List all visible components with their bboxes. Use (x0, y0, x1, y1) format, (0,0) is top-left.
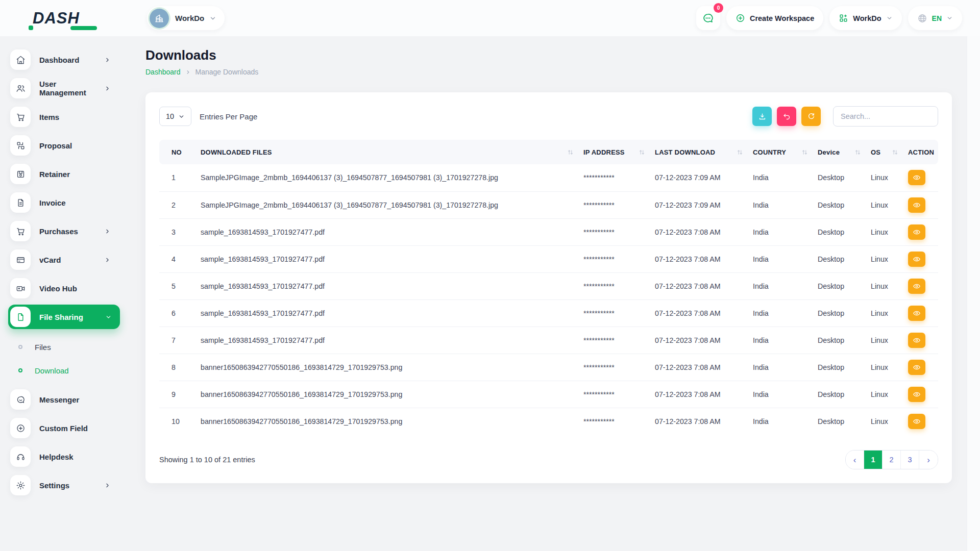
page-scrollbar[interactable] (967, 36, 980, 551)
cell-ip-address: *********** (583, 191, 655, 218)
app-switcher-button[interactable]: WorkDo (829, 6, 901, 30)
cell-country: India (753, 299, 818, 327)
sidebar-item-vcard[interactable]: vCard (10, 249, 125, 270)
undo-button[interactable] (777, 107, 796, 126)
cell-ip-address: *********** (583, 245, 655, 272)
sidebar-item-user-management[interactable]: User Management (10, 78, 125, 98)
sidebar-item-label: Invoice (39, 198, 125, 207)
entries-per-page-label: Entries Per Page (200, 112, 257, 121)
view-button[interactable] (908, 279, 925, 294)
cell-os: Linux (871, 191, 908, 218)
table-row: 10 banner1650863942770550186_1693814729_… (159, 408, 938, 435)
cell-os: Linux (871, 272, 908, 299)
cell-action (908, 354, 938, 381)
col-country[interactable]: COUNTRY (753, 140, 818, 164)
cell-no: 3 (159, 218, 201, 245)
sidebar-item-messenger[interactable]: Messenger (10, 389, 125, 410)
sidebar-subitem-label: Download (35, 366, 69, 375)
sidebar-item-dashboard[interactable]: Dashboard (10, 49, 125, 70)
chevron-right-icon (104, 57, 111, 63)
sort-icon (737, 149, 743, 155)
sidebar-item-custom-field[interactable]: Custom Field (10, 418, 125, 438)
view-button[interactable] (908, 197, 925, 213)
refresh-button[interactable] (801, 107, 821, 126)
sidebar-item-items[interactable]: Items (10, 107, 125, 127)
cell-action (908, 245, 938, 272)
header-actions: 0 Create Workspace WorkDo EN (696, 6, 980, 30)
view-button[interactable] (908, 306, 925, 321)
sidebar-item-settings[interactable]: Settings (10, 475, 125, 495)
cell-country: India (753, 245, 818, 272)
entries-per-page-select[interactable]: 10 (159, 107, 191, 126)
export-download-icon (758, 112, 767, 121)
cell-ip-address: *********** (583, 299, 655, 327)
table-header: NO DOWNLOADED FILES IP ADDRESS LAST DOWN… (159, 140, 938, 164)
sidebar-item-helpdesk[interactable]: Helpdesk (10, 446, 125, 467)
chevron-down-icon (105, 314, 112, 320)
view-button[interactable] (908, 414, 925, 429)
cell-last-download: 07-12-2023 7:08 AM (655, 218, 753, 245)
language-selector[interactable]: EN (908, 6, 962, 30)
messages-button[interactable]: 0 (696, 6, 720, 30)
col-os[interactable]: OS (871, 140, 908, 164)
cell-last-download: 07-12-2023 7:08 AM (655, 381, 753, 408)
cell-device: Desktop (818, 272, 871, 299)
cell-no: 4 (159, 245, 201, 272)
view-button[interactable] (908, 360, 925, 375)
create-workspace-button[interactable]: Create Workspace (726, 6, 823, 30)
view-button[interactable] (908, 252, 925, 267)
sidebar-item-video-hub[interactable]: Video Hub (10, 278, 125, 298)
sort-icon (568, 149, 573, 155)
top-header: DASH WorkDo 0 Create Workspace WorkDo (0, 0, 980, 36)
col-device[interactable]: Device (818, 140, 871, 164)
cell-device: Desktop (818, 245, 871, 272)
pagination-page-2[interactable]: 2 (883, 450, 901, 469)
breadcrumb: Dashboard Manage Downloads (145, 68, 980, 76)
eye-icon (913, 228, 921, 236)
pagination-prev-button[interactable]: ‹ (846, 450, 864, 469)
pagination-next-button[interactable]: › (919, 450, 938, 469)
breadcrumb-dashboard-link[interactable]: Dashboard (145, 68, 181, 76)
cell-last-download: 07-12-2023 7:08 AM (655, 408, 753, 435)
workspace-selector[interactable]: WorkDo (147, 6, 225, 30)
sidebar-item-file-sharing[interactable]: File Sharing (8, 305, 120, 329)
export-button[interactable] (752, 107, 772, 126)
cell-last-download: 07-12-2023 7:08 AM (655, 272, 753, 299)
cell-os: Linux (871, 164, 908, 191)
sidebar-item-label: Dashboard (39, 56, 104, 64)
view-button[interactable] (908, 170, 925, 185)
cell-file-name: sample_1693814593_1701927477.pdf (201, 218, 583, 245)
col-no: NO (159, 140, 201, 164)
col-downloaded-files[interactable]: DOWNLOADED FILES (201, 140, 583, 164)
eye-icon (913, 363, 921, 371)
cell-file-name: banner1650863942770550186_1693814729_170… (201, 381, 583, 408)
cart-icon (10, 107, 31, 127)
pagination-page-3[interactable]: 3 (901, 450, 919, 469)
sidebar-subitem-download[interactable]: Download (10, 359, 125, 382)
table-body: 1 SampleJPGImage_2mbmb_1694406137 (3)_16… (159, 164, 938, 435)
cell-action (908, 272, 938, 299)
cell-country: India (753, 164, 818, 191)
view-button[interactable] (908, 224, 925, 240)
cell-ip-address: *********** (583, 327, 655, 354)
sidebar-item-proposal[interactable]: Proposal (10, 135, 125, 156)
cell-no: 7 (159, 327, 201, 354)
pagination-page-1[interactable]: 1 (864, 450, 883, 469)
sidebar-subitem-files[interactable]: Files (10, 335, 125, 359)
col-last-download[interactable]: LAST DOWNLOAD (655, 140, 753, 164)
sidebar-item-retainer[interactable]: Retainer (10, 164, 125, 184)
app-window: DASH WorkDo 0 Create Workspace WorkDo (0, 0, 980, 551)
cell-no: 5 (159, 272, 201, 299)
col-ip-address[interactable]: IP ADDRESS (583, 140, 655, 164)
chevron-right-icon (104, 257, 111, 263)
sidebar-item-invoice[interactable]: Invoice (10, 192, 125, 213)
view-button[interactable] (908, 333, 925, 348)
cell-os: Linux (871, 245, 908, 272)
sidebar-item-purchases[interactable]: Purchases (10, 221, 125, 241)
view-button[interactable] (908, 387, 925, 402)
table-row: 5 sample_1693814593_1701927477.pdf *****… (159, 272, 938, 299)
table-row: 9 banner1650863942770550186_1693814729_1… (159, 381, 938, 408)
cell-no: 2 (159, 191, 201, 218)
sort-icon (802, 149, 807, 155)
search-input[interactable] (833, 106, 938, 127)
